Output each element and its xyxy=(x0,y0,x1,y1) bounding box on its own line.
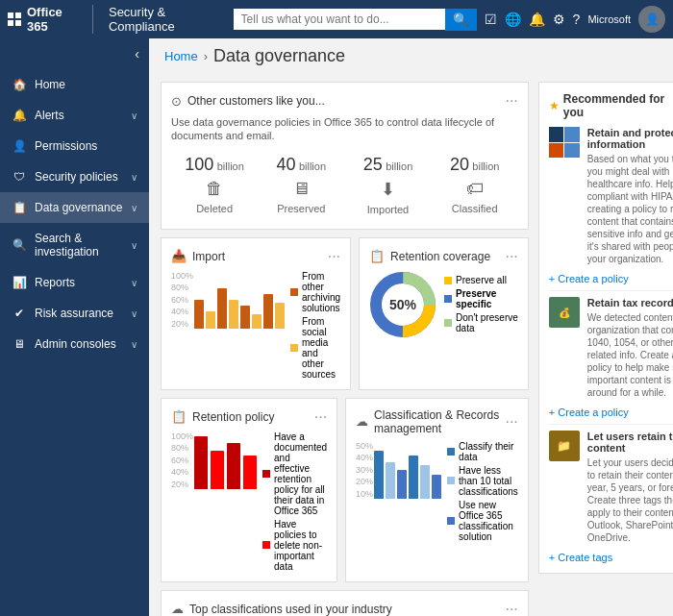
star-icon: ★ xyxy=(549,99,560,112)
deleted-icon: 🗑 xyxy=(175,179,254,199)
search-chevron: ∨ xyxy=(131,240,137,251)
rp-label-1: Have a documented and effective retentio… xyxy=(274,431,327,516)
retention-coverage-icon: 📋 xyxy=(369,249,385,263)
import-y-axis: 100% 80% 60% 40% 20% xyxy=(171,271,193,329)
settings-icon[interactable]: ⚙ xyxy=(553,12,565,27)
hipaa-graphic xyxy=(549,127,580,158)
sidebar-item-security-policies[interactable]: 🛡 Security policies ∨ xyxy=(0,161,149,192)
bar-5 xyxy=(240,306,250,329)
sidebar-item-alerts[interactable]: 🔔 Alerts ∨ xyxy=(0,100,149,131)
bar-4 xyxy=(229,300,238,329)
tc-menu[interactable]: ··· xyxy=(505,601,517,616)
cl-label-1: Classify their data xyxy=(459,441,518,462)
tax-create-link[interactable]: + Create a policy xyxy=(549,407,673,418)
sidebar-label-risk: Risk assurance xyxy=(35,307,123,320)
import-legend-item-1: From other archiving solutions xyxy=(290,271,340,313)
bar-6 xyxy=(252,314,262,329)
sidebar-toggle[interactable]: ‹ xyxy=(0,38,149,69)
checkmark-icon[interactable]: ☑ xyxy=(485,12,497,27)
sidebar-label-alerts: Alerts xyxy=(35,109,123,122)
bell-icon[interactable]: 🔔 xyxy=(529,12,545,27)
bar-2 xyxy=(206,311,215,329)
sidebar-item-data-governance[interactable]: 📋 Data governance ∨ xyxy=(0,192,149,223)
classification-chart: 50% 40% 30% 20% 10% xyxy=(356,441,441,542)
sidebar: ‹ 🏠 Home 🔔 Alerts ∨ 👤 Permissions 🛡 Secu… xyxy=(0,38,149,616)
globe-icon[interactable]: 🌐 xyxy=(505,12,521,27)
sidebar-item-reports[interactable]: 📊 Reports ∨ xyxy=(0,267,149,298)
import-card: 📥 Import ··· 100% 80% 60% 40% xyxy=(161,237,351,390)
hipaa-link-label: + Create a policy xyxy=(549,273,629,284)
sidebar-item-admin[interactable]: 🖥 Admin consoles ∨ xyxy=(0,329,149,359)
rp-legend-1: Have a documented and effective retentio… xyxy=(262,431,327,516)
permissions-icon: 👤 xyxy=(12,139,27,153)
stat-imported-unit: billion xyxy=(386,160,412,172)
avatar[interactable]: 👤 xyxy=(638,6,665,33)
retention-policy-menu[interactable]: ··· xyxy=(314,408,327,426)
sidebar-item-risk[interactable]: ✔ Risk assurance ∨ xyxy=(0,298,149,329)
alerts-icon: 🔔 xyxy=(12,109,27,122)
stat-preserved-label: Preserved xyxy=(262,203,340,214)
rp-legend-2: Have policies to delete non-important da… xyxy=(262,519,327,572)
stat-classified: 20 billion 🏷 Classified xyxy=(432,151,518,219)
other-customers-menu[interactable]: ··· xyxy=(505,92,517,110)
search-button[interactable]: 🔍 xyxy=(445,9,477,31)
stat-deleted-unit: billion xyxy=(217,160,244,172)
rc-label-2: Preserve specific xyxy=(456,288,518,309)
search-input[interactable] xyxy=(234,9,445,30)
import-menu[interactable]: ··· xyxy=(328,248,340,265)
recommended-panel: ★ Recommended for you ··· ✕ xyxy=(538,82,673,574)
stats-row: 100 billion 🗑 Deleted 40 billion 🖥 Prese… xyxy=(171,151,518,219)
cl-legend-2: Have less than 10 total classifications xyxy=(447,465,518,497)
rc-legend-3: Don't preserve data xyxy=(444,312,518,333)
home-icon: 🏠 xyxy=(12,78,27,91)
retain-section: 📁 Let users retain their own content Let… xyxy=(549,431,673,563)
donut-chart: 50% xyxy=(369,271,436,338)
retain-create-link[interactable]: + Create tags xyxy=(549,552,673,563)
sidebar-item-search[interactable]: 🔍 Search & investigation ∨ xyxy=(0,223,149,267)
recommended-header: ★ Recommended for you ··· ✕ xyxy=(549,92,673,119)
tc-header: ☁ Top classifications used in your indus… xyxy=(171,601,518,616)
tax-graphic: 💰 xyxy=(549,297,580,328)
hipaa-create-link[interactable]: + Create a policy xyxy=(549,273,673,284)
donut-label: 50% xyxy=(389,297,416,312)
import-header: 📥 Import ··· xyxy=(171,248,340,265)
recommend-hipaa: Retain and protect HIPAA information Bas… xyxy=(549,127,673,265)
recommend-retain: 📁 Let users retain their own content Let… xyxy=(549,431,673,544)
tax-link-label: + Create a policy xyxy=(549,407,629,418)
hipaa-title: Retain and protect HIPAA information xyxy=(587,127,673,150)
data-governance-icon: 📋 xyxy=(12,201,27,214)
topbar-icons: ☑ 🌐 🔔 ⚙ ? Microsoft 👤 xyxy=(485,6,665,33)
recommended-title: Recommended for you xyxy=(563,92,673,119)
cl-bar-2 xyxy=(386,462,395,499)
hipaa-text: Retain and protect HIPAA information Bas… xyxy=(587,127,673,265)
sidebar-label-admin: Admin consoles xyxy=(35,337,123,351)
stat-deleted: 100 billion 🗑 Deleted xyxy=(171,151,258,219)
recommend-tax: 💰 Retain tax records We detected content… xyxy=(549,297,673,399)
retention-coverage-menu[interactable]: ··· xyxy=(505,248,517,265)
rp-y-axis: 100% 80% 60% 40% 20% xyxy=(171,431,193,489)
dashboard-main: ⊙ Other customers like you... ··· Use da… xyxy=(161,82,529,608)
breadcrumb-home[interactable]: Home xyxy=(164,49,198,63)
rp-bar-4 xyxy=(243,456,257,489)
import-legend: From other archiving solutions From soci… xyxy=(290,271,340,380)
cl-label-3: Use new Office 365 classification soluti… xyxy=(459,500,518,542)
retention-policy-header: 📋 Retention policy ··· xyxy=(171,408,327,426)
sidebar-item-home[interactable]: 🏠 Home xyxy=(0,69,149,100)
search-bar[interactable]: 🔍 xyxy=(234,9,477,31)
sidebar-label-data-governance: Data governance xyxy=(35,201,123,214)
rp-bar-1 xyxy=(194,436,208,489)
retention-policy-icon: 📋 xyxy=(171,409,187,424)
cl-dot-3 xyxy=(447,517,455,525)
bar-8 xyxy=(275,303,285,329)
legend-dot-1 xyxy=(290,288,298,296)
import-legend-item-2: From social media and other sources xyxy=(290,316,340,380)
collapse-icon[interactable]: ‹ xyxy=(135,46,139,62)
classification-menu[interactable]: ··· xyxy=(505,413,517,431)
import-legend-label-2: From social media and other sources xyxy=(302,316,340,380)
rc-dot-1 xyxy=(444,277,452,284)
help-icon[interactable]: ? xyxy=(573,12,581,27)
classification-title: Classification & Records management xyxy=(374,408,499,435)
retention-policy-content: 100% 80% 60% 40% 20% xyxy=(171,431,327,572)
stat-imported: 25 billion ⬇ Imported xyxy=(344,151,431,219)
sidebar-item-permissions[interactable]: 👤 Permissions xyxy=(0,131,149,161)
